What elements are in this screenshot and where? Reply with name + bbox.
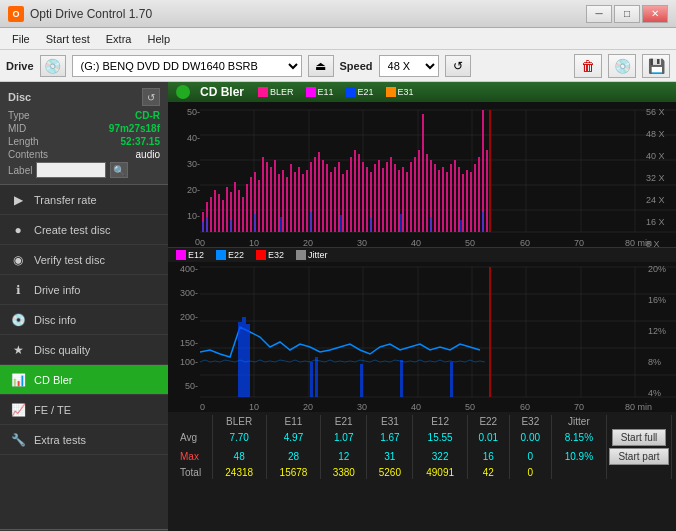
chart2-header: E12 E22 E32 Jitter (168, 247, 676, 262)
create-test-disc-icon: ● (10, 222, 26, 238)
disc-label-icon-button[interactable]: 🔍 (110, 162, 128, 178)
svg-text:50: 50 (465, 238, 475, 247)
svg-rect-53 (350, 157, 352, 232)
svg-rect-45 (318, 152, 320, 232)
minimize-button[interactable]: ─ (586, 5, 612, 23)
svg-text:60: 60 (520, 238, 530, 247)
sidebar-item-label-disc-quality: Disc quality (34, 344, 90, 356)
svg-rect-59 (374, 164, 376, 232)
stats-buttons: Start full Start part (607, 428, 672, 466)
disc-refresh-button[interactable]: ↺ (142, 88, 160, 106)
stats-max-e12: 322 (413, 447, 467, 466)
svg-rect-90 (230, 220, 232, 232)
chart1-legend-e31: E31 (398, 87, 414, 97)
cd-bler-icon: 📊 (10, 372, 26, 388)
sidebar-item-extra-tests[interactable]: 🔧 Extra tests (0, 425, 168, 455)
disc-panel: Disc ↺ Type CD-R MID 97m27s18f Length 52… (0, 82, 168, 185)
svg-rect-69 (414, 157, 416, 232)
svg-rect-38 (290, 164, 292, 232)
chart1-legend-e11: E11 (318, 87, 334, 97)
chart2-body: 0 10 20 30 40 50 60 70 80 min 400- 300- … (168, 262, 676, 412)
svg-rect-42 (306, 170, 308, 232)
stats-header-e12: E12 (413, 415, 467, 428)
right-panel: CD Bler BLER E11 E21 E31 (168, 82, 676, 531)
chart2-svg: 0 10 20 30 40 50 60 70 80 min (200, 262, 676, 412)
speed-select[interactable]: 48 X (379, 55, 439, 77)
stats-header-btn (607, 415, 672, 428)
stats-header-e32: E32 (509, 415, 551, 428)
svg-rect-94 (340, 215, 342, 232)
fe-te-icon: 📈 (10, 402, 26, 418)
svg-rect-68 (410, 162, 412, 232)
stats-total-e21: 3380 (321, 466, 367, 479)
menu-file[interactable]: File (4, 31, 38, 47)
app-icon: O (8, 6, 24, 22)
sidebar-item-fe-te[interactable]: 📈 FE / TE (0, 395, 168, 425)
sidebar-item-label-drive-info: Drive info (34, 284, 80, 296)
sidebar-item-transfer-rate[interactable]: ▶ Transfer rate (0, 185, 168, 215)
svg-rect-85 (478, 157, 480, 232)
burn-button[interactable]: 💿 (608, 54, 636, 78)
start-part-button[interactable]: Start part (609, 448, 668, 465)
stats-avg-jitter: 8.15% (551, 428, 606, 447)
stats-max-e11: 28 (266, 447, 320, 466)
svg-rect-52 (346, 170, 348, 232)
sidebar-item-verify-test-disc[interactable]: ◉ Verify test disc (0, 245, 168, 275)
svg-rect-61 (382, 168, 384, 232)
svg-rect-93 (310, 212, 312, 232)
disc-info-icon: 💿 (10, 312, 26, 328)
refresh-button[interactable]: ↺ (445, 55, 471, 77)
svg-rect-127 (246, 324, 250, 397)
menu-extra[interactable]: Extra (98, 31, 140, 47)
svg-rect-57 (366, 167, 368, 232)
svg-text:0: 0 (200, 402, 205, 412)
stats-avg-e21: 1.07 (321, 428, 367, 447)
chart2-legend-e32: E32 (268, 250, 284, 260)
erase-button[interactable]: 🗑 (574, 54, 602, 78)
svg-rect-24 (234, 182, 236, 232)
svg-rect-131 (400, 360, 403, 397)
svg-rect-31 (262, 157, 264, 232)
stats-max-bler: 48 (212, 447, 266, 466)
sidebar-item-disc-quality[interactable]: ★ Disc quality (0, 335, 168, 365)
svg-rect-97 (430, 217, 432, 232)
disc-label-key: Label (8, 165, 32, 176)
drive-select[interactable]: (G:) BENQ DVD DD DW1640 BSRB (72, 55, 302, 77)
svg-rect-89 (206, 217, 208, 232)
disc-quality-icon: ★ (10, 342, 26, 358)
svg-rect-41 (302, 174, 304, 232)
svg-rect-70 (418, 150, 420, 232)
main-content: Disc ↺ Type CD-R MID 97m27s18f Length 52… (0, 82, 676, 531)
start-full-button[interactable]: Start full (612, 429, 667, 446)
stats-row-avg: Avg 7.70 4.97 1.07 1.67 15.55 0.01 0.00 … (172, 428, 672, 447)
close-button[interactable]: ✕ (642, 5, 668, 23)
svg-rect-51 (342, 174, 344, 232)
svg-text:10: 10 (249, 402, 259, 412)
svg-rect-44 (314, 157, 316, 232)
sidebar-item-disc-info[interactable]: 💿 Disc info (0, 305, 168, 335)
menu-help[interactable]: Help (139, 31, 178, 47)
svg-rect-76 (442, 167, 444, 232)
svg-rect-28 (250, 177, 252, 232)
menu-start-test[interactable]: Start test (38, 31, 98, 47)
svg-rect-126 (242, 317, 246, 397)
save-button[interactable]: 💾 (642, 54, 670, 78)
svg-rect-92 (280, 217, 282, 232)
svg-rect-47 (326, 164, 328, 232)
sidebar-item-label-transfer-rate: Transfer rate (34, 194, 97, 206)
stats-total-e32: 0 (509, 466, 551, 479)
svg-rect-21 (222, 200, 224, 232)
maximize-button[interactable]: □ (614, 5, 640, 23)
svg-rect-67 (406, 172, 408, 232)
disc-label-input[interactable] (36, 162, 106, 178)
sidebar-item-create-test-disc[interactable]: ● Create test disc (0, 215, 168, 245)
speed-label: Speed (340, 60, 373, 72)
sidebar-item-drive-info[interactable]: ℹ Drive info (0, 275, 168, 305)
sidebar-item-cd-bler[interactable]: 📊 CD Bler (0, 365, 168, 395)
disc-length-key: Length (8, 136, 39, 147)
extra-tests-icon: 🔧 (10, 432, 26, 448)
svg-rect-128 (310, 362, 313, 397)
eject-button[interactable]: ⏏ (308, 55, 334, 77)
disc-contents-key: Contents (8, 149, 48, 160)
chart2-legend-e12: E12 (188, 250, 204, 260)
